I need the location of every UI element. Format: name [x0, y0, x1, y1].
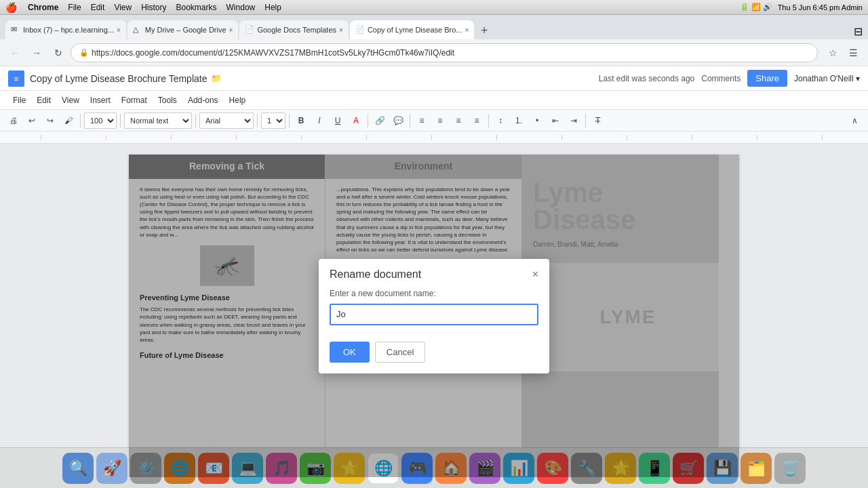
- back-button[interactable]: ←: [5, 43, 24, 62]
- list-bullet-button[interactable]: •: [529, 113, 545, 129]
- modal-cancel-button[interactable]: Cancel: [375, 342, 425, 363]
- share-button[interactable]: Share: [747, 70, 787, 87]
- clear-formatting-button[interactable]: T̶: [589, 113, 606, 129]
- menu-view[interactable]: View: [114, 3, 132, 12]
- docs-menu-format[interactable]: Format: [117, 94, 152, 107]
- document-name-input[interactable]: [330, 304, 538, 325]
- bold-button[interactable]: B: [293, 113, 309, 129]
- tab-label-lyme: Copy of Lyme Disease Bro...: [368, 26, 462, 34]
- toolbar-divider-9: [585, 114, 586, 127]
- tab-bar: ✉ Inbox (7) – hpc.e.learning... × △ My D…: [0, 15, 868, 39]
- tab-close-templates[interactable]: ×: [339, 26, 343, 34]
- reload-button[interactable]: ↻: [49, 43, 68, 62]
- tab-minimize-icon[interactable]: ⊟: [854, 25, 863, 38]
- menu-bookmarks[interactable]: Bookmarks: [176, 3, 217, 12]
- italic-button[interactable]: I: [311, 113, 328, 129]
- font-select[interactable]: Arial: [199, 113, 254, 129]
- dock-icon-trash[interactable]: 🗑️: [774, 453, 806, 484]
- menu-chrome[interactable]: Chrome: [28, 3, 58, 12]
- tab-label-inbox: Inbox (7) – hpc.e.learning...: [23, 26, 114, 34]
- ruler-scale: [41, 135, 827, 140]
- menu-help[interactable]: Help: [264, 3, 281, 12]
- mac-menubar: 🍎 Chrome File Edit View History Bookmark…: [0, 0, 868, 15]
- list-numbered-button[interactable]: 1.: [511, 113, 527, 129]
- docs-menu-help[interactable]: Help: [224, 94, 251, 107]
- docs-menu-insert[interactable]: Insert: [85, 94, 115, 107]
- docs-menu-addons[interactable]: Add-ons: [183, 94, 223, 107]
- document-area[interactable]: Removing a Tick It seems like everyone h…: [0, 144, 868, 488]
- undo-button[interactable]: ↩: [24, 113, 40, 129]
- underline-button[interactable]: U: [330, 113, 346, 129]
- zoom-select[interactable]: 100%: [84, 113, 117, 129]
- user-name[interactable]: Jonathan O'Neill ▾: [794, 74, 860, 83]
- modal-footer: OK Cancel: [319, 336, 549, 373]
- tab-close-inbox[interactable]: ×: [117, 26, 121, 34]
- dock-icon-app21[interactable]: 🗂️: [741, 453, 772, 484]
- tab-close-lyme[interactable]: ×: [465, 26, 469, 34]
- doc-title[interactable]: Copy of Lyme Disease Brochure Template: [30, 73, 207, 84]
- tab-label-templates: Google Docs Templates: [257, 26, 336, 34]
- collapse-toolbar-button[interactable]: ∧: [846, 113, 863, 129]
- tab-inbox[interactable]: ✉ Inbox (7) – hpc.e.learning... ×: [5, 20, 126, 39]
- insert-link-button[interactable]: 🔗: [372, 113, 388, 129]
- font-size-select[interactable]: 11: [261, 113, 285, 129]
- increase-indent-button[interactable]: ⇥: [566, 113, 582, 129]
- align-left-button[interactable]: ≡: [414, 113, 430, 129]
- bookmark-star-button[interactable]: ☆: [823, 43, 842, 62]
- modal-header: Rename document ×: [319, 259, 549, 286]
- docs-menu-file[interactable]: File: [8, 94, 31, 107]
- doc-title-area: Copy of Lyme Disease Brochure Template 📁: [30, 73, 599, 84]
- nav-bar: ← → ↻ 🔒 https://docs.google.com/document…: [0, 39, 868, 66]
- tab-templates[interactable]: 📄 Google Docs Templates ×: [239, 20, 348, 39]
- paint-format-button[interactable]: 🖌: [60, 113, 77, 129]
- modal-close-button[interactable]: ×: [532, 269, 538, 280]
- apple-logo[interactable]: 🍎: [5, 2, 17, 13]
- docs-menu-edit[interactable]: Edit: [32, 94, 56, 107]
- system-icons: 🔋 📶 🔊: [740, 3, 772, 12]
- address-bar[interactable]: 🔒 https://docs.google.com/document/d/125…: [71, 43, 818, 62]
- align-center-button[interactable]: ≡: [432, 113, 448, 129]
- chrome-menu-button[interactable]: ☰: [844, 43, 863, 62]
- modal-label: Enter a new document name:: [330, 289, 538, 298]
- forward-button[interactable]: →: [27, 43, 46, 62]
- decrease-indent-button[interactable]: ⇤: [547, 113, 564, 129]
- print-button[interactable]: 🖨: [5, 113, 22, 129]
- menubar-right: 🔋 📶 🔊 Thu 5 Jun 6:45 pm Admin: [740, 3, 863, 12]
- dock-icon-finder[interactable]: 🔍: [62, 453, 94, 484]
- tab-lyme[interactable]: 📄 Copy of Lyme Disease Bro... ×: [350, 20, 474, 39]
- modal-overlay: Rename document × Enter a new document n…: [129, 155, 739, 477]
- ruler: [0, 131, 868, 144]
- tab-favicon-inbox: ✉: [11, 25, 20, 35]
- font-color-button[interactable]: A: [348, 113, 364, 129]
- docs-menu-tools[interactable]: Tools: [153, 94, 182, 107]
- datetime-display: Thu 5 Jun 6:45 pm Admin: [778, 3, 863, 12]
- tab-drive[interactable]: △ My Drive – Google Drive ×: [127, 20, 239, 39]
- menu-edit[interactable]: Edit: [91, 3, 105, 12]
- tab-favicon-templates: 📄: [245, 25, 254, 35]
- modal-body: Enter a new document name:: [319, 286, 549, 336]
- docs-menu-view[interactable]: View: [57, 94, 84, 107]
- menu-history[interactable]: History: [141, 3, 166, 12]
- docs-menubar: File Edit View Insert Format Tools Add-o…: [0, 91, 868, 110]
- modal-ok-button[interactable]: OK: [330, 342, 370, 363]
- tab-close-drive[interactable]: ×: [229, 26, 233, 34]
- align-justify-button[interactable]: ≡: [469, 113, 485, 129]
- paragraph-style-select[interactable]: Normal text: [124, 113, 192, 129]
- comments-button[interactable]: Comments: [701, 74, 741, 83]
- docs-toolbar: 🖨 ↩ ↪ 🖌 100% Normal text Arial 11 B I U: [0, 110, 868, 131]
- nav-bar-right: ☆ ☰: [821, 43, 863, 62]
- redo-button[interactable]: ↪: [42, 113, 58, 129]
- doc-folder-icon[interactable]: 📁: [211, 73, 222, 83]
- toolbar-divider-4: [257, 114, 258, 127]
- menu-window[interactable]: Window: [226, 3, 256, 12]
- menu-file[interactable]: File: [68, 3, 81, 12]
- dock-icon-launchpad[interactable]: 🚀: [96, 453, 127, 484]
- toolbar-divider-6: [368, 114, 368, 127]
- line-spacing-button[interactable]: ↕: [492, 113, 509, 129]
- last-edit-message: Last edit was seconds ago: [599, 74, 694, 83]
- modal-title: Rename document: [330, 268, 421, 281]
- new-tab-button[interactable]: +: [475, 22, 493, 39]
- align-right-button[interactable]: ≡: [450, 113, 467, 129]
- insert-comment-button[interactable]: 💬: [390, 113, 406, 129]
- toolbar-divider-5: [289, 114, 290, 127]
